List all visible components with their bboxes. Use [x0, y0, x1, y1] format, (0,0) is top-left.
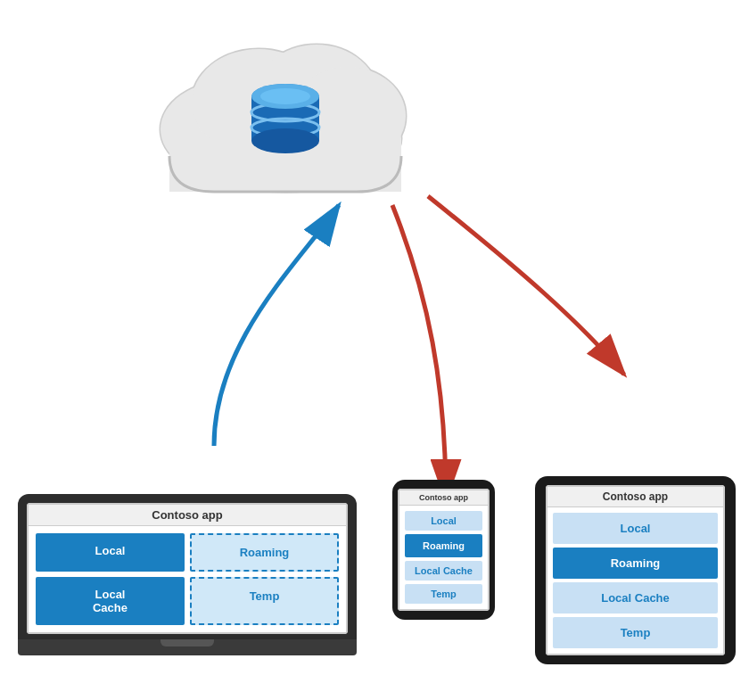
svg-point-17	[260, 88, 310, 104]
phone-cell-roaming: Roaming	[405, 534, 482, 557]
phone-cell-localcache: Local Cache	[405, 561, 482, 581]
phone: Contoso app Local Roaming Local Cache Te…	[392, 480, 495, 620]
laptop-cell-roaming: Roaming	[190, 533, 339, 572]
diagram: Contoso app Local Roaming LocalCache Tem…	[0, 0, 749, 700]
tablet-app-grid: Local Roaming Local Cache Temp	[547, 507, 723, 654]
phone-outer: Contoso app Local Roaming Local Cache Te…	[392, 480, 495, 620]
laptop-screen-outer: Contoso app Local Roaming LocalCache Tem…	[18, 494, 357, 639]
laptop-cell-temp: Temp	[190, 577, 339, 625]
tablet-cell-temp: Temp	[553, 617, 718, 648]
laptop: Contoso app Local Roaming LocalCache Tem…	[18, 494, 357, 655]
phone-app-panel: Contoso app Local Roaming Local Cache Te…	[398, 489, 490, 611]
laptop-app-panel: Contoso app Local Roaming LocalCache Tem…	[27, 503, 348, 634]
tablet-cell-local: Local	[553, 513, 718, 544]
laptop-base	[18, 639, 357, 655]
tablet-app-title: Contoso app	[547, 487, 723, 507]
svg-point-15	[251, 128, 319, 153]
phone-cell-temp: Temp	[405, 584, 482, 604]
laptop-app-grid: Local Roaming LocalCache Temp	[29, 526, 346, 632]
laptop-app-title: Contoso app	[29, 505, 346, 526]
tablet: Contoso app Local Roaming Local Cache Te…	[535, 476, 736, 664]
laptop-cell-localcache: LocalCache	[36, 577, 185, 625]
phone-app-title: Contoso app	[399, 490, 488, 506]
tablet-outer: Contoso app Local Roaming Local Cache Te…	[535, 476, 736, 664]
tablet-cell-roaming: Roaming	[553, 548, 718, 579]
phone-screen: Contoso app Local Roaming Local Cache Te…	[398, 489, 490, 611]
laptop-screen-inner: Contoso app Local Roaming LocalCache Tem…	[27, 503, 348, 634]
phone-app-grid: Local Roaming Local Cache Temp	[399, 506, 488, 609]
tablet-cell-localcache: Local Cache	[553, 582, 718, 614]
tablet-app-panel: Contoso app Local Roaming Local Cache Te…	[546, 485, 725, 655]
cloud-shape	[143, 0, 428, 196]
phone-cell-local: Local	[405, 511, 482, 531]
laptop-cell-local: Local	[36, 533, 185, 572]
tablet-screen: Contoso app Local Roaming Local Cache Te…	[546, 485, 725, 655]
